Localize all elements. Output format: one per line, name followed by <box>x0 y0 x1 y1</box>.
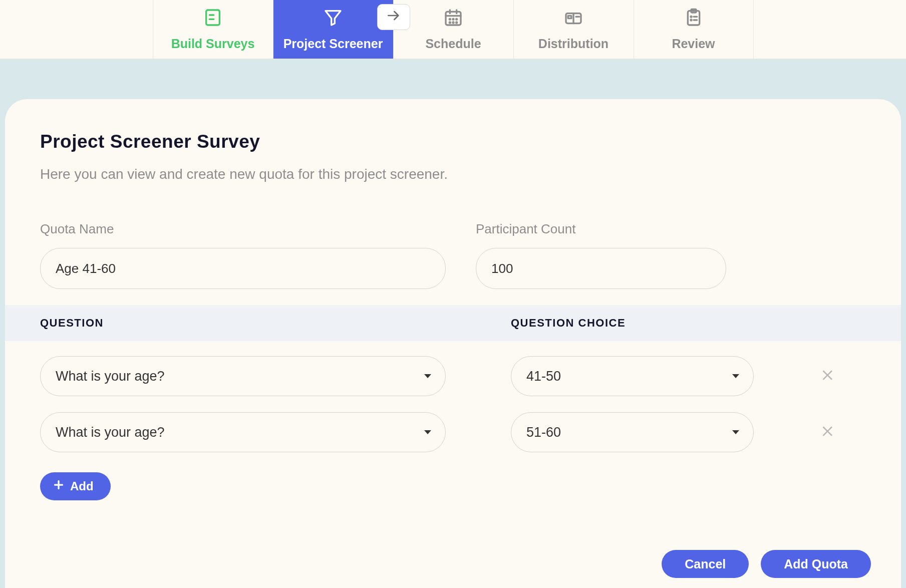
svg-rect-17 <box>568 16 571 19</box>
document-icon <box>203 8 223 31</box>
tab-label: Schedule <box>425 37 481 51</box>
clipboard-icon <box>684 8 704 31</box>
tab-build-surveys[interactable]: Build Surveys <box>153 0 273 59</box>
svg-point-11 <box>449 22 450 23</box>
tab-project-screener[interactable]: Project Screener <box>273 0 393 59</box>
criteria-row: What is your age? 51-60 <box>40 412 866 452</box>
criteria-row: What is your age? 41-50 <box>40 356 866 396</box>
svg-point-13 <box>456 22 457 23</box>
choice-select[interactable]: 41-50 <box>511 356 754 396</box>
question-select-value: What is your age? <box>56 425 165 440</box>
add-row-label: Add <box>70 479 94 493</box>
tab-label: Review <box>672 37 715 51</box>
cancel-button[interactable]: Cancel <box>662 550 749 578</box>
tab-strip: Build Surveys Project Screener <box>153 0 754 59</box>
participant-count-input[interactable] <box>476 248 726 289</box>
choice-select-value: 51-60 <box>526 425 561 440</box>
svg-point-9 <box>453 19 454 20</box>
column-header-question: QUESTION <box>40 317 511 330</box>
caret-down-icon <box>424 430 431 434</box>
svg-point-10 <box>456 19 457 20</box>
remove-row-button[interactable] <box>821 424 836 441</box>
close-icon <box>821 376 836 384</box>
arrow-right-icon <box>386 8 402 27</box>
tab-label: Build Surveys <box>171 37 255 51</box>
svg-point-22 <box>691 20 692 21</box>
top-nav: Build Surveys Project Screener <box>0 0 906 59</box>
remove-row-button[interactable] <box>821 368 836 385</box>
tab-label: Project Screener <box>283 37 383 51</box>
caret-down-icon <box>732 430 739 434</box>
caret-down-icon <box>732 374 739 378</box>
quota-name-field: Quota Name <box>40 221 446 289</box>
svg-point-12 <box>453 22 454 23</box>
main-card: Project Screener Survey Here you can vie… <box>5 99 901 588</box>
participant-count-field: Participant Count <box>476 221 726 289</box>
svg-point-8 <box>449 19 450 20</box>
svg-point-20 <box>691 16 692 17</box>
quota-name-input[interactable] <box>40 248 446 289</box>
calendar-icon <box>443 8 463 31</box>
caret-down-icon <box>424 374 431 378</box>
quota-form-row: Quota Name Participant Count <box>40 221 866 289</box>
choice-select-value: 41-50 <box>526 369 561 384</box>
tab-schedule[interactable]: Schedule <box>393 0 513 59</box>
question-select[interactable]: What is your age? <box>40 412 446 452</box>
funnel-icon <box>323 8 343 31</box>
participant-count-label: Participant Count <box>476 221 726 237</box>
question-select-value: What is your age? <box>56 369 165 384</box>
question-select[interactable]: What is your age? <box>40 356 446 396</box>
mailbox-icon <box>563 8 583 31</box>
footer-actions: Cancel Add Quota <box>662 550 871 578</box>
tab-label: Distribution <box>538 37 609 51</box>
page-subtitle: Here you can view and create new quota f… <box>40 166 866 182</box>
choice-select[interactable]: 51-60 <box>511 412 754 452</box>
close-icon <box>821 432 836 440</box>
plus-icon <box>52 478 65 494</box>
next-step-badge[interactable] <box>377 4 410 30</box>
quota-name-label: Quota Name <box>40 221 446 237</box>
add-row-button[interactable]: Add <box>40 472 111 500</box>
page-title: Project Screener Survey <box>40 131 866 152</box>
criteria-table-header: QUESTION QUESTION CHOICE <box>5 305 901 341</box>
tab-review[interactable]: Review <box>634 0 754 59</box>
svg-rect-0 <box>206 10 220 25</box>
tab-distribution[interactable]: Distribution <box>513 0 634 59</box>
criteria-rows: What is your age? 41-50 What is your age… <box>5 341 901 452</box>
add-quota-button[interactable]: Add Quota <box>761 550 871 578</box>
column-header-choice: QUESTION CHOICE <box>511 317 626 330</box>
